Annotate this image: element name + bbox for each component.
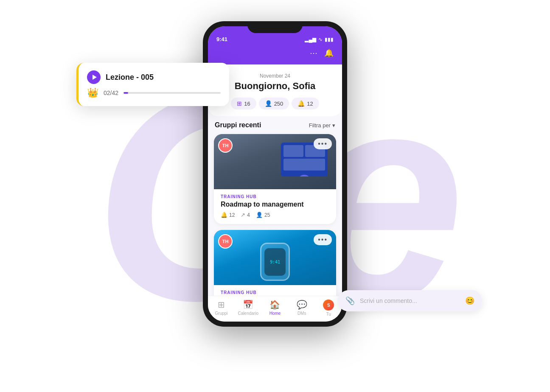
lesson-progress: 02/42 (104, 90, 118, 96)
home-icon: 🏠 (269, 300, 280, 310)
stat-groups: ⊞ 16 (231, 98, 256, 109)
card2-image: 9:41 TH ••• (214, 230, 336, 285)
filter-button[interactable]: Filtra per ▾ (309, 122, 335, 129)
card1-category: TRAINING HUB (221, 194, 329, 199)
notif-stat-value: 12 (307, 101, 313, 107)
stat-members: 👤 250 (259, 98, 289, 109)
card1-notif-value: 12 (229, 212, 235, 218)
bell-icon[interactable]: 🔔 (324, 48, 334, 58)
watch-screen: 9:41 (264, 248, 286, 276)
group-card-2[interactable]: 9:41 TH ••• TRAINING HUB Fondamenti di m… (214, 230, 336, 296)
card1-more-button[interactable]: ••• (314, 138, 332, 149)
welcome-date: November 24 (216, 73, 334, 79)
nav-home[interactable]: 🏠 Home (264, 300, 286, 316)
bottom-nav: ⊞ Gruppi 📅 Calendario 🏠 Home 💬 DMs S (208, 296, 342, 322)
phone-notch (247, 21, 303, 33)
status-time: 9:41 (216, 36, 227, 42)
members-card-icon: 👤 (256, 212, 263, 218)
dms-label: DMs (297, 311, 306, 316)
gruppi-label: Gruppi (215, 311, 228, 316)
home-label: Home (269, 311, 281, 316)
card1-stat-notif: 🔔 12 (221, 212, 235, 218)
card1-stat-links: ↗ 4 (241, 212, 250, 218)
card2-body: TRAINING HUB Fondamenti di marketing (214, 285, 336, 296)
group-card-1[interactable]: TH ••• TRAINING HUB Roadmap to managemen… (214, 134, 336, 224)
members-stat-icon: 👤 (265, 100, 272, 107)
wifi-icon: ∿ (318, 36, 323, 42)
groups-header: Gruppi recenti Filtra per ▾ (214, 121, 336, 129)
filter-label: Filtra per (309, 122, 331, 129)
dms-icon: 💬 (297, 300, 307, 310)
card2-category: TRAINING HUB (221, 290, 329, 295)
nav-calendario[interactable]: 📅 Calendario (238, 300, 259, 316)
groups-section: Gruppi recenti Filtra per ▾ (208, 121, 342, 296)
card2-badge: TH (218, 234, 233, 249)
status-icons: ▂▄▆ ∿ ▮▮▮ (305, 36, 334, 42)
calendario-label: Calendario (238, 311, 258, 316)
chevron-down-icon: ▾ (332, 122, 335, 129)
groups-title: Gruppi recenti (215, 121, 261, 129)
nav-tu[interactable]: S Tu (318, 300, 339, 316)
battery-icon: ▮▮▮ (325, 36, 334, 42)
card1-links-value: 4 (247, 212, 250, 218)
card2-more-button[interactable]: ••• (314, 234, 332, 245)
comment-placeholder-text[interactable]: Scrivi un commento... (360, 297, 460, 304)
members-stat-value: 250 (274, 101, 283, 107)
signal-icon: ▂▄▆ (305, 36, 316, 42)
attach-icon[interactable]: 📎 (345, 296, 355, 305)
avatar: S (323, 300, 334, 311)
progress-bar (123, 92, 221, 94)
progress-fill (123, 92, 128, 94)
play-button[interactable] (87, 70, 101, 84)
card1-stats: 🔔 12 ↗ 4 👤 25 (221, 212, 329, 218)
stats-row: ⊞ 16 👤 250 🔔 12 (216, 98, 334, 109)
link-stat-icon: ↗ (241, 212, 245, 218)
lesson-title: Lezione - 005 (106, 73, 154, 82)
card1-title: Roadmap to management (221, 201, 329, 208)
card1-image: TH ••• (214, 134, 336, 189)
lesson-card: Lezione - 005 👑 02/42 (76, 63, 229, 106)
welcome-name: Buongiorno, Sofia (216, 81, 334, 92)
card1-badge: TH (218, 138, 233, 153)
tu-label: Tu (326, 312, 331, 316)
watch-illustration: 9:41 (260, 243, 290, 281)
card1-stat-members: 👤 25 (256, 212, 270, 218)
groups-stat-icon: ⊞ (237, 100, 242, 107)
stat-notifications: 🔔 12 (292, 98, 319, 109)
card1-members-value: 25 (264, 212, 270, 218)
calendario-icon: 📅 (243, 300, 253, 310)
crown-icon: 👑 (87, 87, 98, 98)
nav-dms[interactable]: 💬 DMs (291, 300, 312, 316)
bell-stat-icon: 🔔 (221, 212, 227, 218)
card1-body: TRAINING HUB Roadmap to management 🔔 12 … (214, 189, 336, 224)
more-icon[interactable]: ⋯ (310, 48, 317, 58)
groups-stat-value: 16 (244, 101, 250, 107)
notif-stat-icon: 🔔 (297, 100, 305, 107)
comment-input-card: 📎 Scrivi un commento... 😊 (338, 290, 482, 311)
emoji-icon[interactable]: 😊 (465, 296, 474, 305)
app-header: ⋯ 🔔 (208, 45, 342, 64)
nav-gruppi[interactable]: ⊞ Gruppi (211, 300, 232, 316)
gruppi-icon: ⊞ (218, 300, 225, 310)
